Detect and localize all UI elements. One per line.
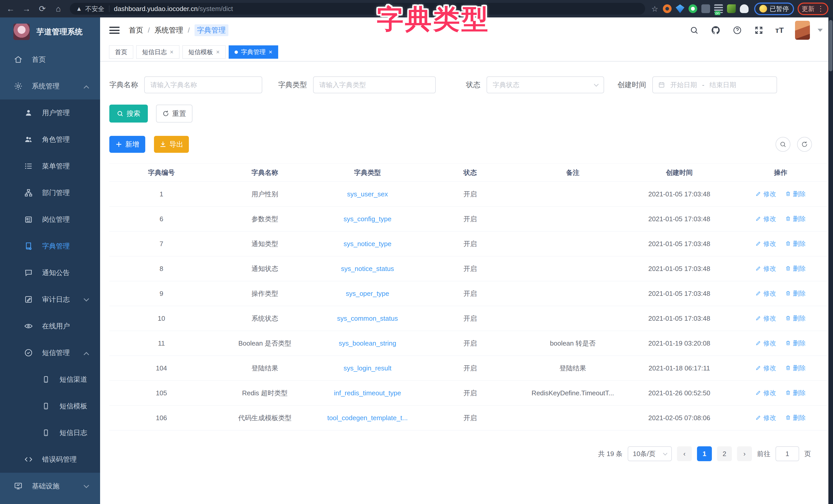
font-size-icon[interactable]: тT <box>775 26 784 34</box>
dict-type-link[interactable]: inf_redis_timeout_type <box>316 381 419 406</box>
sidebar-item-system[interactable]: 系统管理 <box>0 73 100 99</box>
page-button-2[interactable]: 2 <box>717 446 732 461</box>
browser-reload-button[interactable]: ⟳ <box>34 2 50 16</box>
dict-type-link[interactable]: sys_oper_type <box>316 281 419 306</box>
page-button-1[interactable]: 1 <box>697 446 712 461</box>
toggle-search-button[interactable] <box>776 137 790 152</box>
address-bar[interactable]: ▲ 不安全 dashboard.yudao.iocoder.cn /system… <box>70 3 645 15</box>
table-row[interactable]: 11 Boolean 是否类型 sys_boolean_string 开启 bo… <box>109 331 827 356</box>
avatar-caret-icon[interactable] <box>817 29 823 32</box>
export-button[interactable]: 导出 <box>154 136 189 153</box>
tab-sms-template[interactable]: 短信模板 × <box>183 45 225 59</box>
sidebar-item-sms-channel[interactable]: 短信渠道 <box>0 366 100 393</box>
table-row[interactable]: 7 通知类型 sys_notice_type 开启 2021-01-05 17:… <box>109 231 827 256</box>
bookmark-star-icon[interactable]: ☆ <box>651 4 658 13</box>
dict-type-link[interactable]: sys_notice_status <box>316 256 419 281</box>
sidebar-item-sms-log[interactable]: 短信日志 <box>0 420 100 446</box>
delete-link[interactable]: 删除 <box>785 413 806 422</box>
github-icon[interactable] <box>711 25 721 35</box>
edit-link[interactable]: 修改 <box>756 240 776 248</box>
delete-link[interactable]: 删除 <box>785 364 806 372</box>
goto-page-input[interactable] <box>776 446 799 461</box>
breadcrumb-home[interactable]: 首页 <box>129 25 143 35</box>
delete-link[interactable]: 删除 <box>785 190 806 198</box>
close-icon[interactable]: × <box>170 48 173 56</box>
browser-menu-kebab-icon[interactable]: ⋮ <box>817 5 824 12</box>
user-avatar[interactable] <box>795 21 810 40</box>
table-row[interactable]: 105 Redis 超时类型 inf_redis_timeout_type 开启… <box>109 381 827 406</box>
sidebar-item-departments[interactable]: 部门管理 <box>0 179 100 206</box>
fullscreen-icon[interactable] <box>754 25 764 35</box>
table-row[interactable]: 106 代码生成模板类型 tool_codegen_template_t... … <box>109 406 827 430</box>
edit-link[interactable]: 修改 <box>756 388 776 397</box>
dict-type-link[interactable]: sys_login_result <box>316 356 419 381</box>
prev-page-button[interactable]: ‹ <box>677 446 692 461</box>
sidebar-item-audit-log[interactable]: 审计日志 <box>0 286 100 313</box>
sidebar-item-online-users[interactable]: 在线用户 <box>0 313 100 339</box>
extension-list-on-icon[interactable]: on <box>714 4 723 13</box>
tab-dict[interactable]: 字典管理 × <box>229 45 278 59</box>
delete-link[interactable]: 删除 <box>785 314 806 323</box>
delete-link[interactable]: 删除 <box>785 264 806 273</box>
dict-type-link[interactable]: sys_user_sex <box>316 182 419 207</box>
edit-link[interactable]: 修改 <box>756 339 776 347</box>
sidebar-item-notice[interactable]: 通知公告 <box>0 259 100 286</box>
add-button[interactable]: 新增 <box>109 136 145 153</box>
tab-sms-log[interactable]: 短信日志 × <box>136 45 180 59</box>
edit-link[interactable]: 修改 <box>756 190 776 198</box>
delete-link[interactable]: 删除 <box>785 339 806 347</box>
status-select[interactable]: 字典状态 <box>486 76 604 93</box>
sidebar-item-sms[interactable]: 短信管理 <box>0 339 100 366</box>
edit-link[interactable]: 修改 <box>756 289 776 298</box>
close-icon[interactable]: × <box>216 48 220 56</box>
edit-link[interactable]: 修改 <box>756 364 776 372</box>
help-icon[interactable] <box>732 25 742 35</box>
dict-type-link[interactable]: sys_boolean_string <box>316 331 419 356</box>
extension-gem-icon[interactable] <box>676 4 684 13</box>
delete-link[interactable]: 删除 <box>785 215 806 223</box>
search-button[interactable]: 搜索 <box>109 105 148 123</box>
dict-type-input[interactable] <box>313 76 436 93</box>
scrollbar-thumb[interactable] <box>829 20 832 71</box>
page-size-select[interactable]: 10条/页 <box>628 446 672 461</box>
sidebar-collapse-icon[interactable] <box>109 25 120 35</box>
extension-ghost-icon[interactable] <box>740 4 748 13</box>
sidebar-item-error-code[interactable]: 错误码管理 <box>0 446 100 473</box>
tab-home[interactable]: 首页 <box>109 45 133 59</box>
edit-link[interactable]: 修改 <box>756 413 776 422</box>
extension-puzzle-icon[interactable] <box>701 4 710 13</box>
extension-leaf-icon[interactable] <box>727 4 736 13</box>
browser-back-button[interactable]: ← <box>3 2 19 16</box>
dict-type-link[interactable]: tool_codegen_template_t... <box>316 406 419 430</box>
sidebar-item-sms-template[interactable]: 短信模板 <box>0 393 100 420</box>
dict-type-link[interactable]: sys_common_status <box>316 306 419 331</box>
table-row[interactable]: 104 登陆结果 sys_login_result 开启 登陆结果 2021-0… <box>109 356 827 381</box>
table-row[interactable]: 8 通知状态 sys_notice_status 开启 2021-01-05 1… <box>109 256 827 281</box>
delete-link[interactable]: 删除 <box>785 240 806 248</box>
extension-green-icon[interactable] <box>689 4 697 13</box>
sidebar-item-users[interactable]: 用户管理 <box>0 99 100 126</box>
close-icon[interactable]: × <box>269 48 272 56</box>
next-page-button[interactable]: › <box>737 446 752 461</box>
sidebar-item-infrastructure[interactable]: 基础设施 <box>0 473 100 499</box>
delete-link[interactable]: 删除 <box>785 388 806 397</box>
sidebar-item-menus[interactable]: 菜单管理 <box>0 153 100 179</box>
breadcrumb-system[interactable]: 系统管理 <box>154 25 183 35</box>
edit-link[interactable]: 修改 <box>756 314 776 323</box>
edit-link[interactable]: 修改 <box>756 215 776 223</box>
paused-chip[interactable]: 已暂停 <box>770 5 789 13</box>
reset-button[interactable]: 重置 <box>156 105 192 123</box>
browser-update-button[interactable]: 更新 <box>802 5 814 13</box>
date-range-picker[interactable]: 开始日期 - 结束日期 <box>652 76 777 93</box>
extension-orange-icon[interactable] <box>663 4 672 13</box>
sidebar-item-roles[interactable]: 角色管理 <box>0 126 100 153</box>
search-icon[interactable] <box>689 25 699 35</box>
dict-type-link[interactable]: sys_notice_type <box>316 231 419 256</box>
sidebar-item-home[interactable]: 首页 <box>0 46 100 73</box>
browser-forward-button[interactable]: → <box>19 2 34 16</box>
table-row[interactable]: 10 系统状态 sys_common_status 开启 2021-01-05 … <box>109 306 827 331</box>
delete-link[interactable]: 删除 <box>785 289 806 298</box>
dict-type-link[interactable]: sys_config_type <box>316 207 419 231</box>
table-row[interactable]: 6 参数类型 sys_config_type 开启 2021-01-05 17:… <box>109 207 827 231</box>
sidebar-item-dict[interactable]: 字典管理 <box>0 233 100 259</box>
